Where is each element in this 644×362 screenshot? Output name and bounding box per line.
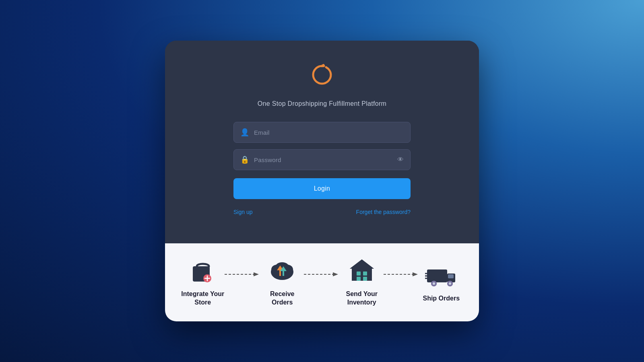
svg-marker-16 bbox=[350, 259, 374, 269]
receive-label: Receive Orders bbox=[261, 290, 304, 307]
svg-point-36 bbox=[449, 282, 451, 285]
workflow-arrow-2 bbox=[304, 269, 340, 294]
ship-icon bbox=[425, 261, 457, 289]
workflow-step-receive: Receive Orders bbox=[261, 256, 304, 307]
send-icon bbox=[346, 256, 378, 284]
user-icon: 👤 bbox=[240, 128, 249, 137]
eye-toggle-icon[interactable]: 👁︎ bbox=[397, 156, 404, 163]
workflow-arrow-1 bbox=[225, 269, 261, 294]
login-button[interactable]: Login bbox=[233, 178, 411, 199]
workflow-step-integrate: Integrate Your Store bbox=[181, 256, 225, 307]
app-subtitle: One Stop Dropshipping Fulfillment Platfo… bbox=[258, 100, 386, 107]
svg-marker-22 bbox=[413, 272, 418, 276]
auth-links: Sign up Forget the password? bbox=[233, 209, 411, 227]
login-form-section: One Stop Dropshipping Fulfillment Platfo… bbox=[165, 41, 479, 243]
svg-rect-18 bbox=[363, 272, 367, 276]
lock-icon: 🔒 bbox=[240, 155, 249, 164]
workflow-section: Integrate Your Store bbox=[165, 243, 479, 321]
svg-rect-17 bbox=[357, 272, 361, 276]
workflow-step-send: Send Your Inventory bbox=[340, 256, 384, 307]
integrate-label: Integrate Your Store bbox=[181, 290, 225, 307]
logo bbox=[308, 61, 336, 89]
login-modal: One Stop Dropshipping Fulfillment Platfo… bbox=[165, 41, 479, 321]
svg-rect-19 bbox=[357, 277, 361, 281]
forgot-password-link[interactable]: Forget the password? bbox=[356, 209, 411, 215]
ship-label: Ship Orders bbox=[423, 294, 460, 303]
integrate-icon bbox=[187, 256, 219, 284]
svg-rect-23 bbox=[427, 269, 447, 282]
svg-point-34 bbox=[433, 282, 435, 285]
send-label: Send Your Inventory bbox=[340, 290, 384, 307]
svg-rect-25 bbox=[448, 274, 454, 278]
login-form: 👤 🔒 👁︎ Login Sign up Forget the password… bbox=[233, 122, 411, 227]
svg-rect-20 bbox=[363, 277, 367, 281]
svg-point-10 bbox=[275, 262, 289, 274]
password-input-wrapper[interactable]: 🔒 👁︎ bbox=[233, 149, 411, 170]
email-input[interactable] bbox=[254, 129, 404, 136]
svg-marker-14 bbox=[333, 272, 338, 276]
email-input-wrapper[interactable]: 👤 bbox=[233, 122, 411, 143]
workflow-step-ship: Ship Orders bbox=[420, 261, 463, 303]
password-input[interactable] bbox=[254, 156, 397, 163]
signup-link[interactable]: Sign up bbox=[233, 209, 252, 215]
svg-marker-6 bbox=[254, 272, 259, 276]
workflow-arrow-3 bbox=[384, 269, 420, 294]
receive-icon bbox=[266, 256, 298, 284]
